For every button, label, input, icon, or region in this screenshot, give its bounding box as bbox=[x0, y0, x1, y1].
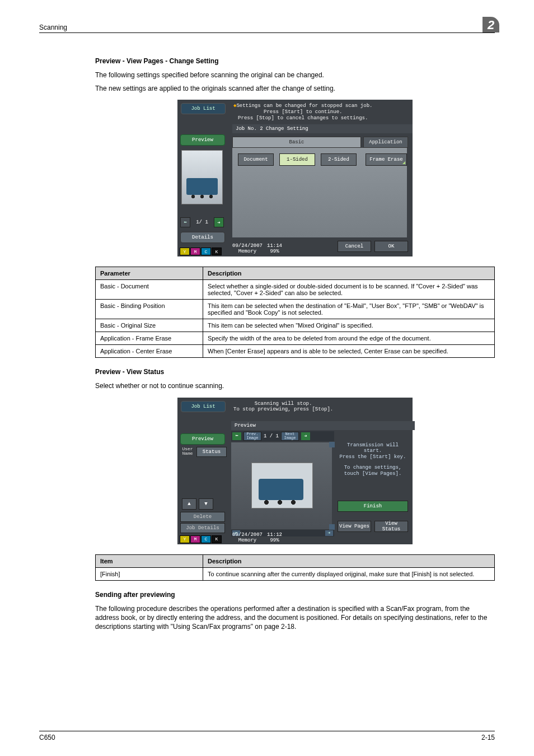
document-button[interactable]: Document bbox=[238, 153, 274, 166]
prev-image-arrow-icon[interactable]: ⬅ bbox=[232, 432, 241, 440]
job-list-button[interactable]: Job List bbox=[181, 401, 226, 412]
table-row: [Finish]To continue scanning after the c… bbox=[96, 567, 495, 580]
chapter-badge: 2 bbox=[483, 17, 499, 32]
table-row: Basic - DocumentSelect whether a single-… bbox=[96, 280, 495, 300]
view-status-button[interactable]: View Status bbox=[374, 521, 408, 532]
instruction-text: Transmission will start.Press the [Start… bbox=[338, 442, 408, 460]
next-image-button[interactable]: Next Image bbox=[281, 432, 299, 441]
heading-change-setting: Preview - View Pages - Change Setting bbox=[95, 57, 495, 65]
finish-button[interactable]: Finish bbox=[338, 501, 408, 512]
col-item: Item bbox=[96, 554, 203, 567]
image-pager: ⬅ Prev. Image 1 / 1 Next Image ➔ bbox=[231, 431, 334, 441]
table-row: Basic - Binding PositionThis item can be… bbox=[96, 300, 495, 319]
col-parameter: Parameter bbox=[96, 267, 203, 280]
toner-c-icon: C bbox=[201, 248, 211, 255]
status-button[interactable]: Status bbox=[196, 447, 227, 457]
status-message: ◆Settings can be changed for stopped sca… bbox=[233, 103, 372, 121]
screenshot-view-status: Job List Preview User Name Status ▲ ▼ De… bbox=[177, 398, 413, 544]
paragraph: The following procedure describes the op… bbox=[95, 604, 495, 632]
cancel-button[interactable]: Cancel bbox=[338, 241, 371, 252]
heading-sending-after-previewing: Sending after previewing bbox=[95, 591, 495, 599]
col-description: Description bbox=[203, 267, 495, 280]
next-image-arrow-icon[interactable]: ➔ bbox=[301, 432, 310, 440]
two-sided-button[interactable]: 2-Sided bbox=[321, 153, 357, 166]
toner-m-icon: M bbox=[190, 248, 200, 255]
next-page-icon[interactable]: ➔ bbox=[214, 217, 224, 227]
job-details-button[interactable]: Job Details bbox=[180, 523, 225, 533]
table-row: Application - Frame EraseSpecify the wid… bbox=[96, 332, 495, 345]
toner-levels: Y M C K bbox=[180, 248, 222, 255]
paragraph: Select whether or not to continue scanni… bbox=[95, 381, 495, 390]
screenshot-change-setting: Job List Preview ⬅ 1/ 1 ➔ Details ◆Setti… bbox=[177, 100, 413, 256]
toner-y-icon: Y bbox=[180, 535, 190, 543]
table-row: Basic - Original SizeThis item can be se… bbox=[96, 319, 495, 332]
toner-k-icon: K bbox=[212, 535, 222, 543]
job-number-bar: Job No. 2 Change Setting bbox=[232, 124, 413, 133]
username-label: User Name bbox=[180, 447, 195, 456]
footer-model: C650 bbox=[39, 734, 55, 741]
toner-c-icon: C bbox=[201, 535, 211, 543]
view-pages-button[interactable]: View Pages bbox=[338, 521, 371, 532]
prev-page-icon[interactable]: ⬅ bbox=[180, 217, 190, 227]
tab-basic[interactable]: Basic bbox=[232, 137, 361, 148]
status-bar: 09/24/2007Memory 11:1299% bbox=[232, 532, 282, 543]
image-index: 1 / 1 bbox=[264, 433, 279, 439]
page-navigator: ⬅ 1/ 1 ➔ bbox=[180, 217, 224, 227]
scroll-down-icon[interactable]: ▼ bbox=[199, 498, 213, 510]
one-sided-button[interactable]: 1-Sided bbox=[279, 153, 315, 166]
heading-view-status: Preview - View Status bbox=[95, 368, 495, 376]
preview-title-bar: Preview bbox=[231, 421, 415, 430]
col-description: Description bbox=[203, 554, 495, 567]
resize-handle-icon[interactable] bbox=[329, 524, 335, 530]
prev-image-button[interactable]: Prev. Image bbox=[243, 432, 261, 441]
preview-tab[interactable]: Preview bbox=[180, 134, 225, 146]
toner-y-icon: Y bbox=[180, 248, 190, 255]
preview-tab[interactable]: Preview bbox=[180, 433, 225, 445]
table-row: Application - Center EraseWhen [Center E… bbox=[96, 345, 495, 358]
job-list-button[interactable]: Job List bbox=[181, 103, 226, 114]
frame-erase-button[interactable]: Frame Erase bbox=[366, 153, 407, 166]
toner-m-icon: M bbox=[190, 535, 200, 543]
details-button[interactable]: Details bbox=[180, 232, 225, 243]
section-title: Scanning bbox=[39, 24, 67, 31]
status-bar: 09/24/2007Memory 11:1499% bbox=[232, 243, 282, 254]
scroll-up-icon[interactable]: ▲ bbox=[182, 498, 196, 510]
instruction-text: To change settings,touch [View Pages]. bbox=[338, 465, 408, 477]
ok-button[interactable]: OK bbox=[374, 241, 408, 252]
page-indicator: 1/ 1 bbox=[196, 220, 208, 225]
toner-k-icon: K bbox=[212, 248, 222, 255]
delete-button[interactable]: Delete bbox=[180, 512, 225, 522]
item-table: Item Description [Finish]To continue sca… bbox=[95, 554, 495, 581]
preview-thumbnail bbox=[181, 150, 223, 204]
preview-image bbox=[251, 463, 313, 508]
preview-area bbox=[231, 442, 332, 529]
resize-handle-icon[interactable] bbox=[329, 442, 335, 447]
footer-page: 2-15 bbox=[481, 734, 495, 741]
parameter-table: Parameter Description Basic - DocumentSe… bbox=[95, 267, 495, 358]
toner-levels: Y M C K bbox=[180, 535, 222, 543]
tab-application[interactable]: Application bbox=[363, 137, 408, 148]
status-message: Scanning will stop.To stop previewing, p… bbox=[233, 401, 333, 413]
paragraph: The new settings are applied to the orig… bbox=[95, 84, 495, 93]
paragraph: The following settings specified before … bbox=[95, 71, 495, 80]
